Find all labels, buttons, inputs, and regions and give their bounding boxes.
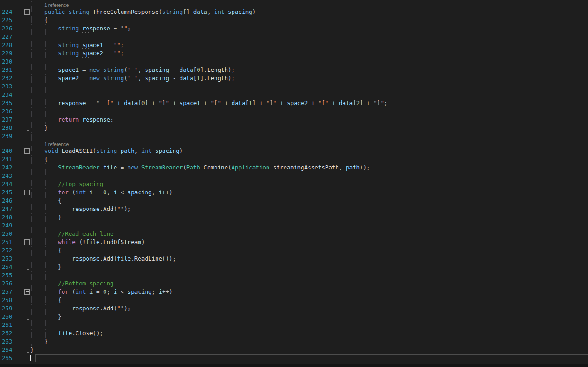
collapse-minus-icon[interactable]	[24, 9, 30, 15]
code-line: 225 {	[0, 16, 588, 24]
code-token: i	[89, 189, 93, 196]
code-token	[30, 41, 58, 48]
code-token: )	[252, 8, 256, 15]
code-text[interactable]: response.Add("");	[30, 205, 588, 213]
code-line: 257 for (int i = 0; i < spacing; i++)	[0, 288, 588, 296]
selection-margin	[13, 107, 24, 116]
collapse-minus-icon[interactable]	[24, 148, 30, 154]
code-text[interactable]: {	[30, 197, 588, 205]
code-text[interactable]: {	[30, 246, 588, 255]
code-token	[93, 99, 97, 106]
code-text[interactable]: {	[30, 155, 588, 163]
code-text[interactable]	[30, 321, 588, 329]
code-text[interactable]	[30, 91, 588, 99]
code-token	[155, 99, 159, 106]
code-text[interactable]	[30, 33, 588, 41]
code-text[interactable]: }	[30, 263, 588, 271]
fold-outline-line	[27, 296, 27, 304]
fold-outline-line	[27, 280, 27, 288]
code-text[interactable]	[30, 132, 588, 140]
code-token	[100, 164, 104, 171]
code-line: 231 space1 = new string(' ', spacing - d…	[0, 66, 588, 74]
collapse-minus-icon[interactable]	[24, 190, 30, 195]
code-token	[30, 17, 44, 23]
codelens-references-label[interactable]: 1 reference	[44, 141, 69, 147]
code-text[interactable]: for (int i = 0; i < spacing; i++)	[30, 288, 588, 296]
code-text[interactable]: }	[30, 213, 588, 221]
line-number: 233	[0, 82, 13, 91]
code-text[interactable]: StreamReader file = new StreamReader(Pat…	[30, 163, 588, 172]
code-text[interactable]	[30, 82, 588, 91]
code-text[interactable]: space2 = new string(' ', spacing - data[…	[30, 74, 588, 82]
code-text[interactable]	[30, 58, 588, 66]
codelens-area: 1 reference	[30, 140, 588, 147]
code-line: 255	[0, 271, 588, 280]
code-text[interactable]: //Read each line	[30, 230, 588, 238]
code-text[interactable]: space1 = new string(' ', spacing - data[…	[30, 66, 588, 74]
selection-margin	[13, 271, 24, 280]
code-editor[interactable]: 1 reference224 public string ThreeColumn…	[0, 0, 588, 364]
code-text[interactable]	[30, 172, 588, 180]
code-token	[117, 288, 121, 295]
code-token: ));	[360, 164, 370, 171]
code-token: .	[72, 330, 76, 337]
code-token: space2	[287, 99, 308, 106]
fold-margin	[24, 346, 30, 354]
code-text[interactable]: string response = "";	[30, 24, 588, 33]
code-text[interactable]: while (!file.EndOfStream)	[30, 238, 588, 246]
code-text[interactable]	[30, 271, 588, 280]
code-text[interactable]: }	[30, 338, 588, 346]
code-token: =	[107, 41, 111, 48]
code-token	[65, 8, 69, 15]
code-text[interactable]: string space2 = "";	[30, 49, 588, 58]
code-text[interactable]: }	[30, 124, 588, 132]
indent-guide	[45, 74, 46, 82]
code-text[interactable]	[30, 221, 588, 230]
indent-guide	[45, 321, 46, 329]
code-text[interactable]: void LoadASCII(string path, int spacing)	[30, 147, 588, 155]
code-line: 251 while (!file.EndOfStream)	[0, 238, 588, 246]
code-text[interactable]: string space1 = "";	[30, 41, 588, 49]
code-text[interactable]: }	[30, 313, 588, 321]
comment-token: //Read each line	[58, 230, 113, 237]
fold-margin	[24, 16, 30, 24]
code-token: data	[232, 99, 245, 106]
fold-margin	[24, 205, 30, 213]
code-text[interactable]: {	[30, 296, 588, 304]
code-text[interactable]: response.Add("");	[30, 304, 588, 313]
code-text[interactable]: response = " [" + data[0] + "]" + space1…	[30, 99, 588, 107]
code-token: path	[346, 164, 360, 171]
code-token: space2	[58, 75, 79, 82]
current-line-highlight	[35, 354, 588, 362]
code-text[interactable]: //Top spacing	[30, 180, 588, 188]
indent-guide	[31, 74, 32, 82]
code-text[interactable]: public string ThreeColumnResponse(string…	[30, 8, 588, 16]
indent-guide	[31, 180, 32, 188]
code-text[interactable]: for (int i = 0; i < spacing; i++)	[30, 188, 588, 197]
code-text[interactable]: }	[30, 346, 588, 354]
indent-guide	[45, 255, 46, 263]
code-line: 224 public string ThreeColumnResponse(st…	[0, 8, 588, 16]
fold-margin	[24, 99, 30, 107]
code-text[interactable]	[30, 354, 588, 362]
code-text[interactable]: response.Add(file.ReadLine());	[30, 255, 588, 263]
code-text[interactable]	[30, 107, 588, 116]
fold-margin	[24, 24, 30, 33]
codelens-references-label[interactable]: 1 reference	[44, 2, 69, 8]
horizontal-scrollbar-area[interactable]	[0, 364, 588, 367]
fold-margin	[24, 230, 30, 238]
collapse-minus-icon[interactable]	[24, 239, 30, 245]
code-text[interactable]: //Bottom spacing	[30, 280, 588, 288]
codelens-row: 1 reference	[0, 140, 588, 147]
collapse-minus-icon[interactable]	[24, 289, 30, 295]
code-token: i	[89, 288, 93, 295]
code-token: +	[225, 99, 228, 106]
code-token: response	[72, 255, 99, 262]
selection-margin	[13, 346, 24, 354]
fold-margin	[24, 8, 30, 16]
code-text[interactable]: {	[30, 16, 588, 24]
code-text[interactable]: return response;	[30, 116, 588, 124]
code-token: ' '	[128, 75, 138, 82]
code-line: 240 void LoadASCII(string path, int spac…	[0, 147, 588, 155]
code-text[interactable]: file.Close();	[30, 329, 588, 338]
